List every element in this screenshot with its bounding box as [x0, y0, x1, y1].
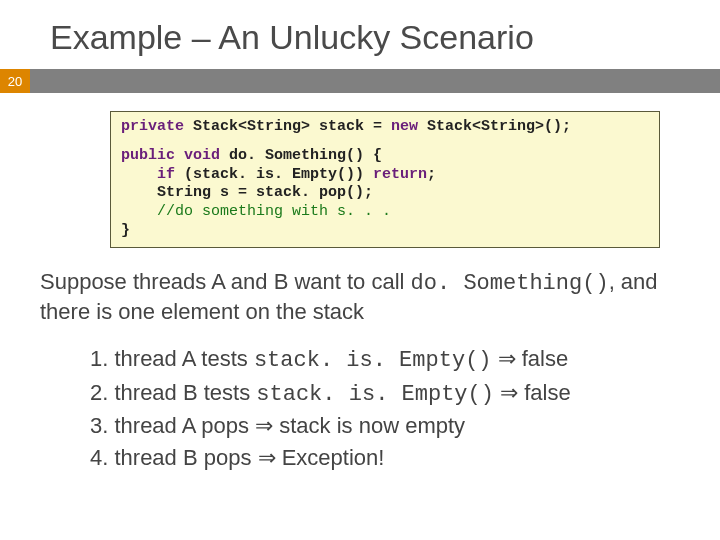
step-text: 2. thread B tests [90, 380, 256, 405]
step-code: stack. is. Empty() [254, 348, 492, 373]
step-item: 2. thread B tests stack. is. Empty() ⇒ f… [90, 377, 680, 411]
code-line: } [121, 222, 649, 241]
code-comment: //do something with s. . . [121, 203, 649, 222]
code-blank [121, 137, 649, 147]
step-item: 3. thread A pops ⇒ stack is now empty [90, 410, 680, 442]
slide-number-badge: 20 [0, 69, 30, 93]
keyword: private [121, 118, 184, 135]
keyword: if [121, 166, 175, 183]
code-text: do. Something() { [220, 147, 382, 164]
keyword: return [373, 166, 427, 183]
step-text: ⇒ false [494, 380, 571, 405]
code-text: Stack<String>(); [418, 118, 571, 135]
para-text: Suppose threads A and B want to call [40, 269, 411, 294]
slide: Example – An Unlucky Scenario 20 private… [0, 0, 720, 540]
step-item: 4. thread B pops ⇒ Exception! [90, 442, 680, 474]
step-item: 1. thread A tests stack. is. Empty() ⇒ f… [90, 343, 680, 377]
code-line: public void do. Something() { [121, 147, 649, 166]
steps-list: 1. thread A tests stack. is. Empty() ⇒ f… [90, 343, 680, 475]
keyword: public void [121, 147, 220, 164]
code-line: if (stack. is. Empty()) return; [121, 166, 649, 185]
code-block: private Stack<String> stack = new Stack<… [110, 111, 660, 248]
step-code: stack. is. Empty() [256, 382, 494, 407]
step-text: ⇒ false [492, 346, 569, 371]
keyword: new [391, 118, 418, 135]
code-text: ; [427, 166, 436, 183]
paragraph: Suppose threads A and B want to call do.… [40, 268, 680, 327]
code-text: (stack. is. Empty()) [175, 166, 373, 183]
code-line: String s = stack. pop(); [121, 184, 649, 203]
header-band: 20 [0, 69, 720, 93]
code-line: private Stack<String> stack = new Stack<… [121, 118, 649, 137]
code-text: Stack<String> stack = [184, 118, 391, 135]
slide-title: Example – An Unlucky Scenario [0, 0, 720, 69]
step-text: 1. thread A tests [90, 346, 254, 371]
para-code: do. Something() [411, 271, 609, 296]
